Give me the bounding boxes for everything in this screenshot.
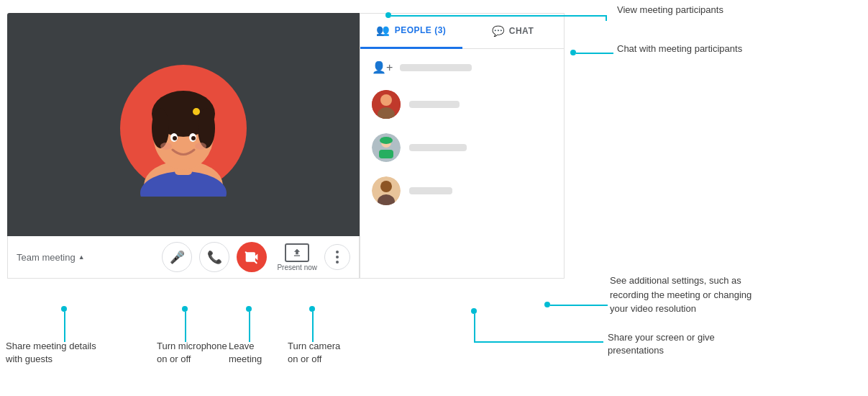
panel-content: 👤+ [360, 49, 564, 278]
tab-people[interactable]: 👥 PEOPLE (3) [360, 14, 462, 49]
add-person-placeholder [400, 64, 472, 71]
svg-point-15 [336, 251, 339, 253]
avatar [372, 176, 401, 205]
participant-name-line [409, 187, 452, 194]
leave-dot-ui [246, 306, 252, 312]
view-participants-label: View meeting participants [617, 4, 723, 15]
chat-tab-label: CHAT [509, 26, 534, 36]
view-participants-line-v [606, 15, 607, 21]
svg-point-8 [193, 108, 200, 115]
present-label: Present now [277, 264, 317, 271]
svg-point-6 [152, 108, 169, 148]
add-person-row[interactable]: 👤+ [360, 55, 564, 80]
camera-off-icon [245, 250, 259, 264]
svg-point-12 [191, 136, 196, 140]
settings-line-h [550, 305, 608, 306]
camera-line-v [312, 312, 314, 342]
tab-chat[interactable]: 💬 CHAT [462, 14, 565, 48]
svg-rect-25 [381, 138, 391, 141]
svg-point-11 [173, 136, 177, 140]
present-button[interactable]: Present now [277, 243, 317, 271]
view-participants-dot [385, 12, 391, 18]
user-avatar [111, 53, 255, 197]
settings-dot-ui [544, 302, 550, 307]
more-dots-icon [336, 251, 339, 264]
mic-label: Turn microphoneon or off [157, 340, 227, 366]
svg-point-27 [380, 181, 392, 192]
video-area [7, 13, 360, 236]
svg-point-17 [336, 261, 339, 264]
share-line-v [64, 312, 65, 342]
present-label-ann: Share your screen or givepresentations [608, 331, 715, 357]
chat-line-h [576, 53, 613, 54]
svg-point-19 [380, 94, 392, 106]
leave-button[interactable]: 📞 [199, 242, 229, 272]
mic-line-v [185, 312, 186, 342]
chat-tab-icon: 💬 [492, 25, 505, 37]
leave-line-v [249, 312, 250, 342]
share-dot-ui [61, 306, 67, 312]
more-options-button[interactable] [324, 244, 350, 270]
participant-name-line [409, 101, 460, 108]
svg-rect-23 [379, 150, 393, 158]
settings-label: See additional settings, such asrecordin… [610, 274, 751, 316]
people-tab-label: PEOPLE (3) [395, 25, 447, 35]
avatar [372, 133, 401, 162]
people-tab-icon: 👥 [376, 24, 390, 37]
chat-label: Chat with meeting participants [617, 43, 742, 54]
leave-label: Leavemeeting [229, 340, 262, 366]
present-line-v [474, 314, 475, 341]
microphone-button[interactable]: 🎤 [162, 242, 192, 272]
avatar [372, 90, 401, 119]
present-upload-icon [292, 248, 302, 258]
mic-dot-ui [182, 306, 188, 312]
participant-name-line [409, 144, 467, 151]
present-icon [285, 243, 309, 262]
camera-button[interactable] [237, 242, 267, 272]
list-item [360, 126, 564, 169]
chat-dot [570, 50, 576, 55]
camera-dot-ui [309, 306, 315, 312]
camera-label: Turn cameraon or off [288, 340, 340, 366]
svg-point-16 [336, 256, 339, 258]
caret-icon: ▲ [78, 253, 85, 261]
present-line-h [474, 341, 603, 343]
svg-point-7 [198, 108, 215, 148]
svg-point-13 [160, 143, 172, 150]
controls-bar: Team meeting ▲ 🎤 📞 [7, 236, 360, 279]
add-person-icon: 👤+ [372, 60, 393, 74]
panel-tabs: 👥 PEOPLE (3) 💬 CHAT [360, 14, 564, 49]
view-participants-line-h [391, 15, 606, 17]
present-dot-ui [471, 308, 477, 314]
svg-point-14 [195, 143, 206, 150]
video-section: Team meeting ▲ 🎤 📞 [7, 13, 360, 279]
list-item [360, 169, 564, 212]
share-label: Share meeting detailswith guests [6, 340, 96, 366]
panel-section: 👥 PEOPLE (3) 💬 CHAT 👤+ [360, 13, 565, 279]
list-item [360, 83, 564, 126]
meeting-name[interactable]: Team meeting ▲ [17, 252, 85, 263]
